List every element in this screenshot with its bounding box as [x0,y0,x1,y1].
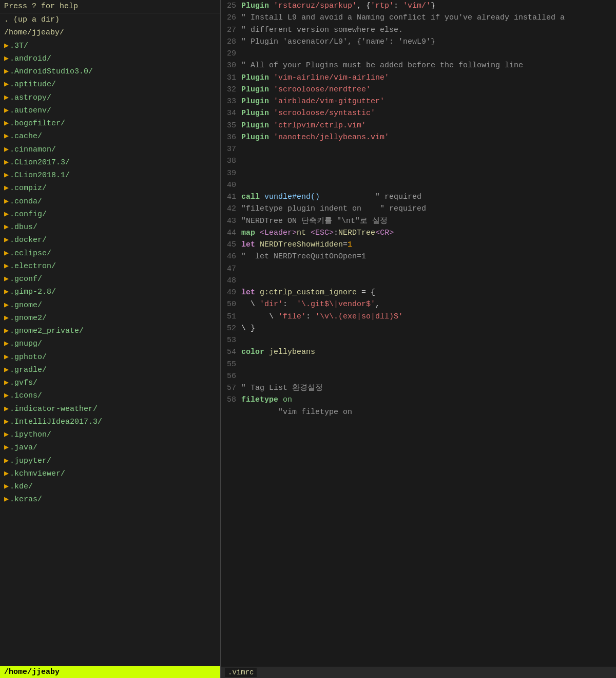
code-line: 56 [221,370,616,382]
tree-item[interactable]: ▶.aptitude/ [0,78,220,91]
line-number: 54 [223,346,241,358]
tree-item[interactable]: ▶.3T/ [0,40,220,52]
dir-arrow: ▶ [4,223,9,232]
dir-arrow: ▶ [4,197,9,206]
file-tree[interactable]: . (up a dir) /home/jjeaby/ ▶.3T/▶.androi… [0,13,220,666]
tree-item[interactable]: ▶.compiz/ [0,182,220,195]
dir-up[interactable]: . (up a dir) [0,13,220,26]
line-number: 33 [223,96,241,107]
dir-arrow: ▶ [4,145,9,154]
dir-name: .bogofilter/ [10,119,65,128]
tree-item[interactable]: ▶.eclipse/ [0,247,220,260]
dir-arrow: ▶ [4,54,9,63]
code-line: 30" All of your Plugins must be added be… [221,60,616,71]
code-line: 50 \ 'dir': '\.git$\|vendor$', [221,298,616,310]
tree-item[interactable]: ▶.bogofilter/ [0,117,220,130]
dir-name: .compiz/ [10,184,47,193]
code-lines: 25Plugin 'rstacruz/sparkup', {'rtp': 'vi… [221,0,616,418]
line-number: 25 [223,0,241,12]
line-number: 46 [223,251,241,262]
tree-item[interactable]: ▶.dbus/ [0,221,220,234]
dir-name: .gconf/ [10,275,42,284]
line-number: 31 [223,72,241,84]
line-number: 52 [223,323,241,334]
tree-item[interactable]: ▶.keras/ [0,493,220,506]
tree-item[interactable]: ▶.astropy/ [0,91,220,104]
line-number: 58 [223,394,241,406]
dir-name: .kchmviewer/ [10,469,65,478]
tree-item[interactable]: ▶.gvfs/ [0,376,220,389]
dir-name: .gphoto/ [10,353,47,362]
tree-item[interactable]: ▶.gconf/ [0,273,220,286]
bottom-path-bar: /home/jjeaby [0,666,220,678]
tree-item[interactable]: ▶.cache/ [0,130,220,143]
tree-item[interactable]: ▶.conda/ [0,195,220,208]
dir-name: .ipython/ [10,430,51,439]
line-number: 55 [223,359,241,370]
dir-name: .config/ [10,210,47,219]
code-line: 33Plugin 'airblade/vim-gitgutter' [221,96,616,107]
code-editor[interactable]: 25Plugin 'rstacruz/sparkup', {'rtp': 'vi… [221,0,616,667]
tree-item[interactable]: ▶.indicator-weather/ [0,403,220,416]
dir-arrow: ▶ [4,119,9,128]
dir-arrow: ▶ [4,482,9,491]
tree-item[interactable]: ▶.ipython/ [0,428,220,441]
code-line: 52\ } [221,323,616,334]
code-line: 29 [221,48,616,60]
line-number: 30 [223,60,241,71]
code-line: 55 [221,359,616,370]
code-line: 28" Plugin 'ascenator/L9', {'name': 'new… [221,36,616,48]
tree-item[interactable]: ▶.gradle/ [0,364,220,376]
tree-item[interactable]: ▶.gnome2/ [0,312,220,325]
dir-arrow: ▶ [4,469,9,478]
dir-arrow: ▶ [4,275,9,284]
tree-item[interactable]: ▶.autoenv/ [0,104,220,117]
tree-item[interactable]: ▶.gnome2_private/ [0,325,220,337]
code-line: 38 [221,155,616,167]
tree-item[interactable]: ▶.gphoto/ [0,351,220,364]
dir-arrow: ▶ [4,249,9,258]
tree-item[interactable]: ▶.gnome/ [0,299,220,312]
dir-arrow: ▶ [4,418,9,426]
dir-name: .gnupg/ [10,340,42,348]
line-number: 42 [223,203,241,215]
line-number: 27 [223,24,241,36]
tree-item[interactable]: ▶.CLion2018.1/ [0,169,220,182]
dir-arrow: ▶ [4,158,9,167]
tree-item[interactable]: ▶.config/ [0,208,220,221]
tree-item[interactable]: ▶.kde/ [0,480,220,493]
line-number: 40 [223,179,241,191]
code-line: 39 [221,167,616,179]
dir-arrow: ▶ [4,106,9,115]
tree-item[interactable]: ▶.gnupg/ [0,337,220,350]
tree-item[interactable]: ▶.kchmviewer/ [0,467,220,480]
tree-item[interactable]: ▶.icons/ [0,389,220,402]
code-line: 27" different version somewhere else. [221,24,616,36]
dir-name: .3T/ [10,42,28,50]
dir-arrow: ▶ [4,379,9,387]
tree-item[interactable]: ▶.AndroidStudio3.0/ [0,65,220,78]
tree-item[interactable]: ▶.IntelliJIdea2017.3/ [0,416,220,428]
tree-item[interactable]: ▶.docker/ [0,234,220,247]
tree-item[interactable]: ▶.gimp-2.8/ [0,286,220,298]
dir-arrow: ▶ [4,171,9,180]
code-line: "vim filetype on [221,406,616,418]
line-number: 50 [223,298,241,310]
tree-item[interactable]: ▶.electron/ [0,260,220,273]
tree-item[interactable]: ▶.java/ [0,441,220,454]
code-line: 35Plugin 'ctrlpvim/ctrlp.vim' [221,120,616,131]
dir-arrow: ▶ [4,288,9,296]
tree-item[interactable]: ▶.android/ [0,52,220,65]
tree-item[interactable]: ▶.cinnamon/ [0,143,220,156]
press-help-text: Press ? for help [4,2,78,11]
tree-item[interactable]: ▶.CLion2017.3/ [0,156,220,169]
line-number: 45 [223,239,241,251]
tree-item[interactable]: ▶.jupyter/ [0,455,220,467]
line-number: 44 [223,227,241,239]
code-line: 40 [221,179,616,191]
dir-arrow: ▶ [4,366,9,374]
filename-label: .vimrc [225,668,257,677]
dir-arrow: ▶ [4,93,9,102]
dir-name: .CLion2017.3/ [10,158,70,167]
right-panel: 25Plugin 'rstacruz/sparkup', {'rtp': 'vi… [221,0,616,678]
